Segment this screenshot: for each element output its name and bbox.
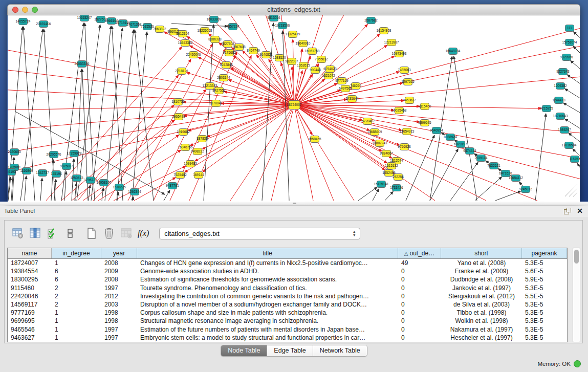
graph-edge xyxy=(8,69,294,105)
resize-grip-icon[interactable] xyxy=(569,188,577,196)
table-cell: 18300295 xyxy=(8,275,52,283)
column-header-year[interactable]: year xyxy=(101,248,137,258)
table-selector-value: citations_edges.txt xyxy=(164,230,220,237)
graph-node-label: 116753 xyxy=(569,157,580,161)
new-table-icon[interactable] xyxy=(84,227,98,240)
graph-node-label: 1292344 xyxy=(128,190,141,193)
table-panel-header: Table Panel ✕ xyxy=(0,206,588,217)
table-cell: 22420046 xyxy=(8,292,52,300)
column-display-icon[interactable] xyxy=(28,227,42,240)
table-row[interactable]: 969969511998Structural magnetic resonanc… xyxy=(8,317,567,325)
table-row[interactable]: 2242004622012Investigating the contribut… xyxy=(8,292,567,300)
resize-grip-icon[interactable] xyxy=(573,192,577,196)
graph-edge xyxy=(230,105,294,201)
column-header-out_de[interactable]: △out_de… xyxy=(398,248,441,258)
table-cell: 9777169 xyxy=(8,309,52,317)
table-row[interactable]: 977716911998Corpus callosum shape and si… xyxy=(8,309,567,317)
network-canvas[interactable]: 1872400776638229960125891235418226058165… xyxy=(8,15,580,202)
table-row[interactable]: 946362711997Embryonic stem cells: a mode… xyxy=(8,334,567,342)
graph-node-label: 9175685 xyxy=(223,51,236,54)
network-view-window: citations_edges.txt 18724007766382299601… xyxy=(7,4,580,202)
tab-edge-table[interactable]: Edge Table xyxy=(267,345,313,356)
graph-edge xyxy=(188,105,294,131)
graph-node-label: 16046756 xyxy=(178,145,193,149)
table-cell: 0 xyxy=(398,292,441,300)
table-cell: 9115460 xyxy=(8,284,52,292)
graph-node-label: 18210643 xyxy=(553,114,568,118)
table-cell: 5.3E-5 xyxy=(522,325,567,334)
table-row[interactable]: 1830029562008Estimation of significance … xyxy=(8,275,567,283)
tab-node-table[interactable]: Node Table xyxy=(221,345,267,356)
column-header-name[interactable]: name xyxy=(8,248,52,258)
delete-table-icon[interactable] xyxy=(102,227,116,240)
graph-node-label: 9884067 xyxy=(380,151,393,155)
graph-node-label: 6879197 xyxy=(454,142,467,146)
close-panel-icon[interactable]: ✕ xyxy=(577,207,583,214)
graph-edge xyxy=(91,26,111,201)
status-bar: Memory: OK xyxy=(537,360,581,367)
graph-edge xyxy=(133,197,134,201)
graph-node-label: 10025458 xyxy=(392,108,407,112)
graph-edge xyxy=(25,176,26,201)
column-header-short[interactable]: short xyxy=(441,248,522,258)
graph-node-label: 6497568 xyxy=(339,86,352,90)
graph-node-label: 1989297 xyxy=(558,128,571,132)
table-cell: 1997 xyxy=(101,284,137,292)
column-header-pagerank[interactable]: pagerank xyxy=(522,248,567,258)
graph-edge xyxy=(171,24,228,27)
table-row[interactable]: 1872400712008Changes of HCN gene express… xyxy=(8,259,567,267)
table-cell: Hescheler et al. (1997) xyxy=(441,334,522,342)
column-header-in_degree[interactable]: in_degree xyxy=(52,248,101,258)
float-panel-icon[interactable] xyxy=(564,208,571,214)
table-scrollbar[interactable] xyxy=(573,248,580,342)
scrollbar-thumb[interactable] xyxy=(574,250,579,264)
splitter-handle-icon xyxy=(293,203,296,204)
table-selector-dropdown[interactable]: citations_edges.txt ▲▼ xyxy=(159,228,360,239)
select-columns-icon[interactable] xyxy=(46,227,59,240)
graph-edge xyxy=(40,178,42,201)
graph-node-label: 14671368 xyxy=(127,23,142,26)
table-cell: 9465546 xyxy=(8,325,52,334)
graph-node-label: 2687682 xyxy=(364,18,378,22)
column-header-title[interactable]: title xyxy=(137,248,398,258)
graph-node-label: 16961758 xyxy=(305,49,320,53)
table-cell: Tibbo et al. (1998) xyxy=(441,309,522,317)
table-cell: Investigating the contribution of common… xyxy=(137,292,398,300)
graph-node-label: 8938924 xyxy=(444,135,457,139)
table-cell: 2009 xyxy=(101,267,137,275)
window-titlebar[interactable]: citations_edges.txt xyxy=(7,4,580,15)
table-cell: 5.3E-5 xyxy=(522,284,567,292)
graph-node-label: 1588520 xyxy=(273,56,286,59)
table-cell: 18724007 xyxy=(8,259,52,267)
table-cell: 0 xyxy=(398,267,441,275)
close-window-button[interactable] xyxy=(12,7,18,13)
table-row[interactable]: 946554611997Estimation of the future num… xyxy=(8,325,567,334)
graph-node-label: 1297515 xyxy=(401,80,415,83)
zoom-window-button[interactable] xyxy=(32,7,38,13)
table-row[interactable]: 1938455462009Genome-wide association stu… xyxy=(8,267,567,275)
graph-node-label: 17016504 xyxy=(562,143,577,147)
table-cell: Estimation of the future numbers of pati… xyxy=(137,325,398,334)
table-cell: Wolkin et al. (1998) xyxy=(441,317,522,325)
table-row[interactable]: 911546021997Tourette syndrome. Phenomeno… xyxy=(8,284,567,292)
panel-splitter[interactable] xyxy=(0,202,588,205)
graph-node-label: 10688609 xyxy=(367,130,382,134)
graph-node-label: 1209382 xyxy=(554,84,567,87)
function-builder-icon[interactable]: f(x) xyxy=(138,229,149,238)
graph-node-label: 8912354 xyxy=(176,32,189,35)
memory-status-icon[interactable] xyxy=(574,360,581,367)
table-cell: 2008 xyxy=(101,275,137,283)
tab-network-table[interactable]: Network Table xyxy=(313,345,367,356)
table-cell: de Silva et al. (2003) xyxy=(441,300,522,309)
dropdown-stepper-icon: ▲▼ xyxy=(352,229,357,238)
graph-edge xyxy=(358,187,377,201)
table-cell: 0 xyxy=(398,317,441,325)
graph-node-label: 9474444 xyxy=(463,149,476,152)
graph-node-label: 1916682 xyxy=(177,130,190,134)
row-height-icon[interactable] xyxy=(63,227,77,240)
table-settings-icon[interactable] xyxy=(11,227,25,240)
table-row[interactable]: 1456911722003Disruption of a novel membe… xyxy=(8,300,567,309)
graph-node-label: 1612074 xyxy=(390,159,403,162)
minimize-window-button[interactable] xyxy=(22,7,28,13)
sort-ascending-icon: △ xyxy=(404,251,408,256)
